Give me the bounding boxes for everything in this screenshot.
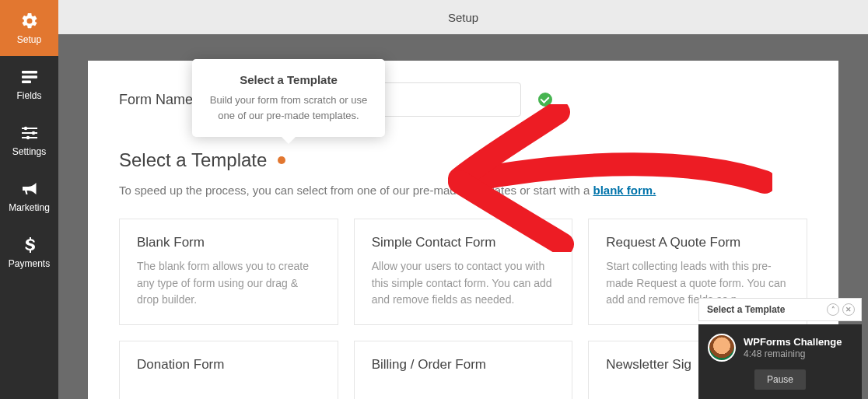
close-icon[interactable]: ✕ <box>842 303 855 316</box>
dollar-icon <box>23 235 36 255</box>
sidebar-item-fields[interactable]: Fields <box>0 56 58 112</box>
sidebar-item-setup[interactable]: Setup <box>0 0 58 56</box>
challenge-title: WPForms Challenge <box>744 336 842 348</box>
section-title-row: Select a Template <box>119 149 807 171</box>
challenge-popup: WPForms Challenge 4:48 remaining Pause <box>698 324 862 399</box>
tooltip-body: Build your form from scratch or use one … <box>209 93 368 123</box>
section-desc-text: To speed up the process, you can select … <box>119 184 593 197</box>
bullhorn-icon <box>20 179 39 199</box>
section-title: Select a Template <box>119 149 267 171</box>
challenge-avatar <box>708 334 736 362</box>
chevron-up-icon[interactable]: ˄ <box>827 303 839 316</box>
svg-rect-0 <box>22 71 37 74</box>
svg-point-7 <box>31 131 34 135</box>
gear-icon <box>20 11 39 31</box>
pause-button[interactable]: Pause <box>754 369 806 390</box>
sidebar-item-label: Marketing <box>9 202 50 213</box>
sidebar-item-label: Fields <box>16 90 41 101</box>
page-header: Setup <box>58 0 868 34</box>
template-title: Blank Form <box>137 235 320 250</box>
svg-rect-2 <box>22 80 31 83</box>
sidebar-item-label: Payments <box>9 258 50 269</box>
svg-point-6 <box>23 127 26 130</box>
template-desc: Allow your users to contact you with thi… <box>372 258 555 309</box>
sidebar-item-marketing[interactable]: Marketing <box>0 168 58 224</box>
form-name-label: Form Name <box>119 92 193 108</box>
template-title: Request A Quote Form <box>606 235 789 250</box>
template-card-donation[interactable]: Donation Form <box>119 341 338 399</box>
sidebar-item-settings[interactable]: Settings <box>0 112 58 168</box>
sliders-icon <box>20 123 39 143</box>
page-title: Setup <box>448 11 478 24</box>
svg-point-8 <box>26 136 29 139</box>
template-card-billing[interactable]: Billing / Order Form <box>354 341 573 399</box>
check-circle-icon <box>538 93 552 107</box>
template-title: Donation Form <box>137 357 320 373</box>
challenge-remaining: 4:48 remaining <box>744 348 842 359</box>
template-title: Billing / Order Form <box>372 357 555 373</box>
form-icon <box>20 67 39 87</box>
blank-form-link[interactable]: blank form. <box>593 184 656 197</box>
sidebar-item-payments[interactable]: Payments <box>0 224 58 280</box>
sidebar: Setup Fields Settings Marketing Payments <box>0 0 58 399</box>
template-title: Simple Contact Form <box>372 235 555 250</box>
tooltip-select-template: Select a Template Build your form from s… <box>192 59 385 137</box>
template-card-simple-contact[interactable]: Simple Contact Form Allow your users to … <box>354 219 573 325</box>
challenge-minibar-label: Select a Template <box>707 304 786 315</box>
indicator-dot <box>278 156 285 164</box>
template-card-blank[interactable]: Blank Form The blank form allows you to … <box>119 219 338 325</box>
section-description: To speed up the process, you can select … <box>119 184 807 197</box>
template-desc: The blank form allows you to create any … <box>137 258 320 309</box>
svg-rect-1 <box>22 75 37 79</box>
challenge-minibar: Select a Template ˄ ✕ <box>698 298 862 321</box>
sidebar-item-label: Settings <box>12 146 46 157</box>
tooltip-title: Select a Template <box>209 73 368 86</box>
sidebar-item-label: Setup <box>17 34 41 45</box>
